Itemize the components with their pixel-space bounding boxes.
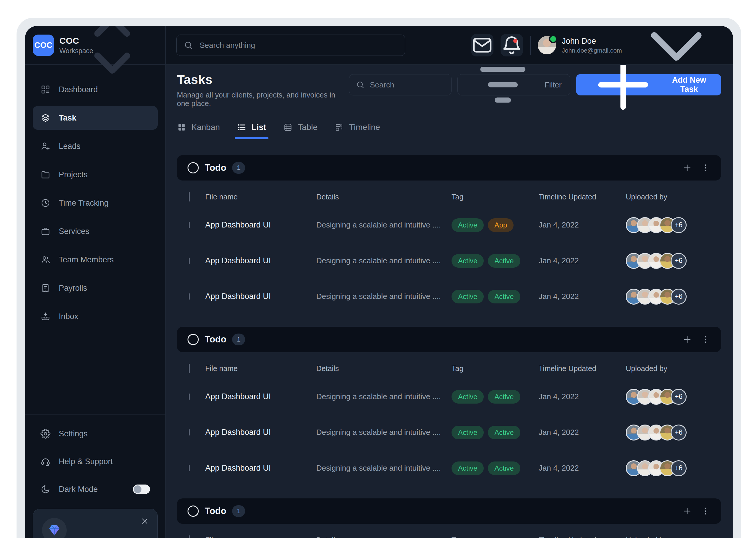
mail-button[interactable] [471, 34, 493, 56]
filter-icon [466, 65, 540, 122]
timeline-updated: Jan 4, 2022 [539, 463, 626, 473]
tag-list: ActiveActive [452, 461, 539, 475]
select-all-checkbox[interactable] [189, 364, 190, 373]
search-icon [184, 40, 193, 50]
sidebar-item-projects[interactable]: Projects [33, 163, 158, 187]
file-name: App Dashboard UI [205, 292, 316, 301]
file-details: Designing a scalable and intuitive .... [316, 220, 452, 230]
select-all-checkbox[interactable] [189, 192, 190, 201]
section-header: Todo 1 [177, 498, 721, 524]
tab-timeline[interactable]: Timeline [334, 123, 380, 139]
dark-mode-toggle[interactable] [133, 485, 150, 494]
task-row[interactable]: App Dashboard UI Designing a scalable an… [177, 207, 721, 243]
task-row[interactable]: App Dashboard UI Designing a scalable an… [177, 279, 721, 314]
sidebar-item-help-support[interactable]: Help & Support [33, 450, 158, 473]
sidebar-item-task[interactable]: Task [33, 106, 158, 130]
column-header: File name [205, 192, 316, 201]
sidebar-item-time-tracking[interactable]: Time Tracking [33, 191, 158, 215]
column-header: Timeline Updated [539, 536, 626, 538]
row-checkbox[interactable] [189, 465, 190, 471]
task-row[interactable]: App Dashboard UI Designing a scalable an… [177, 450, 721, 486]
section-actions [682, 335, 711, 345]
topbar: John Doe John.doe@gmail.com [166, 26, 733, 65]
row-checkbox[interactable] [189, 429, 190, 436]
column-header: Tag [452, 364, 539, 373]
sidebar-item-label: Task [59, 113, 76, 123]
column-header: Details [316, 536, 452, 538]
file-name: App Dashboard UI [205, 220, 316, 230]
kebab-menu-button[interactable] [700, 506, 711, 516]
user-plus-icon [40, 141, 50, 151]
row-checkbox[interactable] [189, 294, 190, 299]
sidebar-item-label: Leads [59, 142, 80, 151]
timeline-updated: Jan 4, 2022 [539, 292, 626, 301]
filter-button[interactable]: Filter [457, 74, 570, 95]
column-header: Details [316, 192, 452, 201]
sidebar-item-services[interactable]: Services [33, 220, 158, 243]
file-details: Designing a scalable and intuitive .... [316, 428, 452, 437]
row-checkbox[interactable] [189, 258, 190, 264]
sidebar-item-leads[interactable]: Leads [33, 134, 158, 158]
user-email: John.doe@gmail.com [562, 47, 622, 54]
page-title: Tasks [177, 72, 349, 87]
tab-label: Timeline [349, 123, 380, 132]
uploaded-by-avatars: +6 [626, 217, 721, 233]
workspace-header[interactable]: COC COC Workspace [25, 26, 165, 65]
sidebar-item-inbox[interactable]: Inbox [33, 304, 158, 328]
timeline-icon [334, 123, 344, 132]
tag-pill: Active [488, 426, 520, 439]
avatar-overflow-count: +6 [671, 289, 686, 304]
section-title: Todo [205, 506, 226, 516]
tab-kanban[interactable]: Kanban [177, 123, 220, 139]
gear-icon [40, 429, 50, 439]
task-section: Todo 1 File name Details Tag Timeline Up… [177, 155, 721, 314]
clock-icon [40, 198, 50, 208]
content: Tasks Manage all your clients, projects,… [166, 65, 733, 538]
task-search-input[interactable] [370, 80, 445, 90]
select-all-checkbox[interactable] [189, 535, 190, 538]
sidebar-nav: Dashboard Task Leads Projects Time Track… [25, 65, 165, 328]
column-header: Timeline Updated [539, 364, 626, 373]
timeline-updated: Jan 4, 2022 [539, 220, 626, 230]
status-circle-icon[interactable] [187, 506, 199, 517]
section-count-badge: 1 [232, 162, 245, 174]
task-row[interactable]: App Dashboard UI Designing a scalable an… [177, 379, 721, 414]
column-header-row: File name Details Tag Timeline Updated U… [177, 530, 721, 538]
status-circle-icon[interactable] [187, 334, 199, 345]
tab-list[interactable]: List [237, 123, 266, 139]
file-name: App Dashboard UI [205, 428, 316, 437]
file-name: App Dashboard UI [205, 256, 316, 265]
add-new-task-button[interactable]: Add New Task [576, 74, 721, 95]
notifications-button[interactable] [501, 34, 523, 56]
section-count-badge: 1 [232, 505, 245, 517]
kanban-icon [177, 123, 186, 132]
global-search[interactable] [176, 34, 405, 56]
avatar-overflow-count: +6 [671, 460, 686, 476]
kebab-menu-button[interactable] [700, 163, 711, 173]
sidebar-item-team-members[interactable]: Team Members [33, 248, 158, 272]
row-checkbox[interactable] [189, 222, 190, 228]
global-search-input[interactable] [199, 40, 398, 50]
status-circle-icon[interactable] [187, 162, 199, 173]
tag-pill: Active [488, 254, 520, 268]
add-row-button[interactable] [682, 506, 692, 516]
tab-table[interactable]: Table [283, 123, 318, 139]
add-row-button[interactable] [682, 335, 692, 345]
task-search[interactable] [349, 74, 452, 95]
workspace-switcher-icon[interactable] [68, 26, 157, 90]
topbar-divider [530, 36, 531, 55]
kebab-menu-button[interactable] [700, 335, 711, 345]
close-icon[interactable] [140, 517, 149, 526]
tag-pill: Active [488, 290, 520, 303]
tag-pill: Active [452, 390, 484, 404]
page-actions: Filter Add New Task [349, 74, 721, 95]
add-row-button[interactable] [682, 163, 692, 173]
folder-icon [40, 170, 50, 180]
task-row[interactable]: App Dashboard UI Designing a scalable an… [177, 414, 721, 450]
sidebar-item-settings[interactable]: Settings [33, 422, 158, 446]
sidebar-item-label: Team Members [59, 255, 114, 264]
task-row[interactable]: App Dashboard UI Designing a scalable an… [177, 243, 721, 279]
row-checkbox[interactable] [189, 394, 190, 400]
sidebar-item-payrolls[interactable]: Payrolls [33, 276, 158, 300]
sidebar-item-dark-mode[interactable]: Dark Mode [33, 477, 158, 501]
